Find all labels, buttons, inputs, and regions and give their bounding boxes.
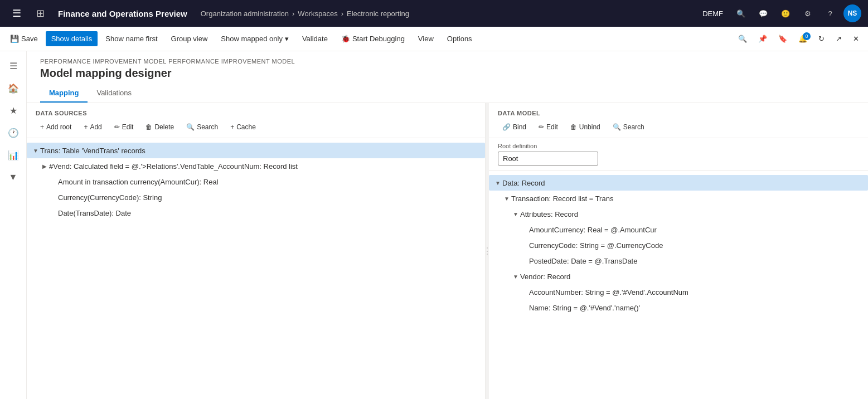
delete-ds-button[interactable]: 🗑 Delete	[141, 121, 178, 133]
show-name-first-button[interactable]: Show name first	[100, 31, 163, 46]
search-ds-button[interactable]: 🔍 Search	[182, 121, 222, 133]
page-title: Model mapping designer	[40, 67, 855, 80]
dm-header: DATA MODEL 🔗 Bind ✏ Edit 🗑 Unbind	[489, 103, 868, 138]
bookmark-icon[interactable]: 🔖	[774, 31, 792, 46]
tree-item-currency[interactable]: Currency(CurrencyCode): String	[27, 189, 485, 205]
sidenav-recent-icon[interactable]: 🕐	[3, 123, 23, 143]
page-header: PERFORMANCE IMPROVEMENT MODEL PERFORMANC…	[27, 51, 868, 103]
dm-section-title: DATA MODEL	[498, 110, 859, 116]
dm-tree-item-name[interactable]: Name: String = @.'#Vend'.'name()'	[489, 300, 868, 315]
add-button[interactable]: + Add	[79, 121, 106, 133]
vend-toggle[interactable]: ▶	[40, 163, 49, 169]
search-ds-icon: 🔍	[186, 123, 195, 131]
posteddate-label: PostedDate: Date = @.TransDate	[529, 257, 637, 265]
group-view-button[interactable]: Group view	[166, 31, 214, 46]
cache-button[interactable]: + Cache	[226, 121, 260, 133]
add-root-button[interactable]: + Add root	[36, 121, 76, 133]
breadcrumb-org[interactable]: Organization administration	[201, 9, 289, 18]
dm-tree-item-posteddate[interactable]: PostedDate: Date = @.TransDate	[489, 253, 868, 269]
notification-count: 0	[803, 32, 811, 40]
side-navigation: ☰ 🏠 ★ 🕐 📊 ▼	[0, 51, 27, 399]
transaction-toggle[interactable]: ▼	[502, 196, 511, 202]
amount-label: Amount in transaction currency(AmountCur…	[58, 178, 219, 186]
view-button[interactable]: View	[413, 31, 439, 46]
search-dm-icon: 🔍	[613, 123, 621, 131]
data-toggle[interactable]: ▼	[493, 180, 502, 186]
main-layout: ☰ 🏠 ★ 🕐 📊 ▼ PERFORMANCE IMPROVEMENT MODE…	[0, 51, 868, 399]
bind-button[interactable]: 🔗 Bind	[498, 121, 531, 133]
validate-button[interactable]: Validate	[297, 31, 333, 46]
tab-mapping[interactable]: Mapping	[40, 84, 88, 103]
environment-label: DEMF	[702, 9, 723, 18]
root-definition-label: Root definition	[498, 143, 859, 149]
app-grid-icon[interactable]: ⊞	[31, 4, 49, 22]
split-pane: DATA SOURCES + Add root + Add ✏ Edit	[27, 103, 868, 399]
edit-ds-icon: ✏	[114, 123, 120, 131]
search-dm-button[interactable]: 🔍 Search	[608, 121, 649, 133]
date-label: Date(TransDate): Date	[58, 209, 131, 217]
vend-label: #Vend: Calculated field = @.'>Relations'…	[49, 162, 298, 171]
breadcrumb-workspaces[interactable]: Workspaces	[298, 9, 337, 18]
options-button[interactable]: Options	[442, 31, 478, 46]
global-search-icon[interactable]: 🔍	[732, 4, 750, 22]
debug-icon: 🐞	[341, 35, 350, 43]
pin-icon[interactable]: 📌	[754, 31, 772, 46]
sidenav-favorites-icon[interactable]: ★	[3, 100, 23, 120]
tree-item-amount[interactable]: Amount in transaction currency(AmountCur…	[27, 174, 485, 189]
tab-validations[interactable]: Validations	[88, 84, 140, 103]
attributes-toggle[interactable]: ▼	[511, 211, 520, 217]
dm-tree-item-data[interactable]: ▼ Data: Record	[489, 175, 868, 191]
show-details-button[interactable]: Show details	[46, 31, 98, 46]
search-command-icon[interactable]: 🔍	[734, 31, 751, 46]
tree-item-date[interactable]: Date(TransDate): Date	[27, 205, 485, 221]
breadcrumb-er[interactable]: Electronic reporting	[347, 9, 409, 18]
currency-label: Currency(CurrencyCode): String	[58, 193, 162, 202]
start-debugging-button[interactable]: 🐞 Start Debugging	[336, 31, 410, 46]
dm-tree-item-attributes[interactable]: ▼ Attributes: Record	[489, 206, 868, 222]
edit-dm-button[interactable]: ✏ Edit	[534, 121, 562, 133]
root-definition-section: Root definition Root	[489, 138, 868, 171]
dm-tree-item-currencycode[interactable]: CurrencyCode: String = @.CurrencyCode	[489, 237, 868, 253]
dropdown-chevron-icon: ▾	[285, 35, 289, 43]
command-bar: 💾 Save Show details Show name first Grou…	[0, 27, 868, 51]
open-new-window-icon[interactable]: ↗	[831, 31, 846, 46]
notification-icon[interactable]: 💬	[754, 4, 772, 22]
delete-ds-icon: 🗑	[146, 123, 152, 131]
sidenav-menu-icon[interactable]: ☰	[3, 56, 23, 76]
attributes-label: Attributes: Record	[520, 210, 578, 218]
dm-tree: ▼ Data: Record ▼ Transaction: Record lis…	[489, 171, 868, 399]
hamburger-icon[interactable]: ☰	[7, 3, 27, 23]
save-icon: 💾	[10, 35, 19, 43]
save-button[interactable]: 💾 Save	[4, 31, 43, 46]
ds-header: DATA SOURCES + Add root + Add ✏ Edit	[27, 103, 485, 138]
feedback-icon[interactable]: 🙂	[777, 4, 794, 22]
tree-item-vend[interactable]: ▶ #Vend: Calculated field = @.'>Relation…	[27, 158, 485, 174]
sidenav-home-icon[interactable]: 🏠	[3, 78, 23, 98]
ds-tree: ▼ Trans: Table 'VendTrans' records ▶ #Ve…	[27, 138, 485, 399]
tree-item-trans[interactable]: ▼ Trans: Table 'VendTrans' records	[27, 143, 485, 158]
dm-tree-item-vendor[interactable]: ▼ Vendor: Record	[489, 269, 868, 284]
help-icon[interactable]: ?	[821, 4, 839, 22]
show-mapped-only-button[interactable]: Show mapped only ▾	[215, 31, 294, 46]
refresh-icon[interactable]: ↻	[814, 31, 829, 46]
user-avatar[interactable]: NS	[843, 4, 861, 22]
add-icon: +	[84, 123, 88, 131]
dm-tree-item-transaction[interactable]: ▼ Transaction: Record list = Trans	[489, 191, 868, 206]
dm-tree-item-amountcurrency[interactable]: AmountCurrency: Real = @.AmountCur	[489, 222, 868, 237]
close-icon[interactable]: ✕	[848, 31, 864, 46]
settings-icon[interactable]: ⚙	[799, 4, 817, 22]
sidenav-workspaces-icon[interactable]: 📊	[3, 145, 23, 165]
accountnumber-label: AccountNumber: String = @.'#Vend'.Accoun…	[529, 288, 688, 296]
dm-tree-item-accountnumber[interactable]: AccountNumber: String = @.'#Vend'.Accoun…	[489, 284, 868, 300]
trans-toggle[interactable]: ▼	[31, 148, 40, 154]
unbind-button[interactable]: 🗑 Unbind	[566, 121, 605, 133]
currencycode-label: CurrencyCode: String = @.CurrencyCode	[529, 241, 663, 250]
vendor-toggle[interactable]: ▼	[511, 274, 520, 280]
page-breadcrumb: PERFORMANCE IMPROVEMENT MODEL PERFORMANC…	[40, 58, 855, 65]
sidenav-filter-icon[interactable]: ▼	[3, 167, 23, 187]
add-root-icon: +	[40, 123, 44, 131]
edit-ds-button[interactable]: ✏ Edit	[110, 121, 138, 133]
top-navigation: ☰ ⊞ Finance and Operations Preview Organ…	[0, 0, 868, 27]
breadcrumb: Organization administration › Workspaces…	[201, 9, 409, 18]
vendor-label: Vendor: Record	[520, 273, 570, 281]
